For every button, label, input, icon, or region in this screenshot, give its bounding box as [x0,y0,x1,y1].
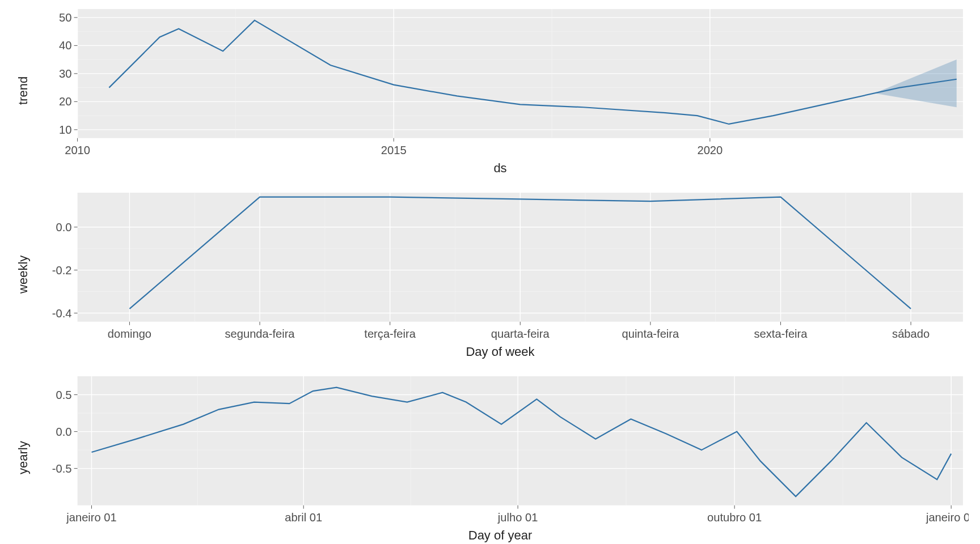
svg-text:janeiro 01: janeiro 01 [926,511,969,524]
svg-text:50: 50 [59,11,71,24]
yearly-chart: -0.50.00.5janeiro 01abril 01julho 01outu… [32,373,969,527]
weekly-chart: -0.4-0.20.0domingosegunda-feiraterça-fei… [32,189,969,343]
trend-panel: trend 1020304050201020152020 ds [11,6,969,176]
trend-chart: 1020304050201020152020 [32,6,969,160]
yearly-ylabel: yearly [11,373,32,543]
svg-text:quinta-feira: quinta-feira [622,328,679,340]
svg-text:domingo: domingo [108,328,151,340]
svg-text:0.0: 0.0 [56,221,72,233]
svg-text:terça-feira: terça-feira [364,328,416,340]
svg-text:20: 20 [59,95,71,108]
svg-text:0.0: 0.0 [56,426,72,438]
svg-rect-70 [78,376,963,505]
trend-ylabel: trend [11,6,32,176]
svg-text:-0.4: -0.4 [52,307,72,320]
weekly-ylabel: weekly [11,189,32,359]
svg-text:sexta-feira: sexta-feira [754,328,808,340]
prophet-components-figure: trend 1020304050201020152020 ds weekly -… [0,0,980,544]
svg-text:40: 40 [59,39,71,52]
svg-text:abril 01: abril 01 [285,511,322,524]
svg-text:segunda-feira: segunda-feira [225,328,295,340]
svg-text:10: 10 [59,124,71,136]
svg-text:quarta-feira: quarta-feira [491,328,550,340]
svg-text:2010: 2010 [65,144,90,156]
yearly-panel: yearly -0.50.00.5janeiro 01abril 01julho… [11,373,969,543]
svg-text:-0.5: -0.5 [52,462,72,475]
svg-text:30: 30 [59,67,71,80]
svg-text:sábado: sábado [892,328,930,340]
svg-text:-0.2: -0.2 [52,264,72,277]
svg-text:0.5: 0.5 [56,389,72,401]
trend-xlabel: ds [32,161,969,176]
svg-text:2020: 2020 [697,144,723,156]
yearly-xlabel: Day of year [32,528,969,543]
svg-text:outubro 01: outubro 01 [707,511,762,524]
weekly-panel: weekly -0.4-0.20.0domingosegunda-feirate… [11,189,969,359]
svg-text:2015: 2015 [381,144,407,156]
weekly-xlabel: Day of week [32,345,969,359]
svg-text:janeiro 01: janeiro 01 [66,511,116,524]
svg-text:julho 01: julho 01 [497,511,538,524]
